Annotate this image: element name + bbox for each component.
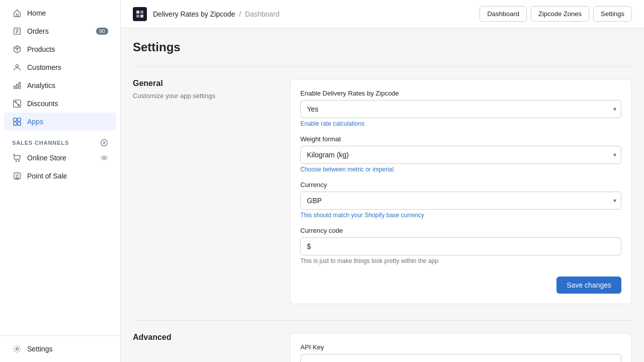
sidebar-item-products-label: Products	[27, 45, 55, 53]
sidebar-item-products[interactable]: Products	[4, 40, 116, 58]
svg-rect-2	[14, 86, 16, 88]
svg-rect-20	[136, 11, 139, 14]
enable-delivery-select[interactable]: Yes No	[300, 100, 621, 118]
orders-badge: 90	[96, 28, 108, 35]
general-section-title: General	[133, 79, 274, 88]
app-header-nav: Dashboard Zipcode Zones Settings	[479, 6, 632, 22]
enable-delivery-select-wrapper: Yes No ▾	[300, 100, 621, 118]
weight-format-select[interactable]: Kilogram (kg) Pound (lb)	[300, 146, 621, 164]
currency-select-wrapper: GBP USD EUR ▾	[300, 192, 621, 210]
dashboard-button[interactable]: Dashboard	[479, 6, 527, 22]
sidebar-item-analytics[interactable]: Analytics	[4, 76, 116, 95]
app-name: Delivery Rates by Zipcode	[153, 10, 235, 18]
sidebar-item-point-of-sale[interactable]: Point of Sale	[4, 167, 116, 185]
enable-delivery-hint: Enable rate calculations	[300, 120, 621, 127]
svg-point-1	[16, 65, 18, 67]
online-store-icon	[12, 153, 22, 163]
svg-rect-17	[14, 173, 21, 179]
page-title: Settings	[133, 40, 632, 54]
add-sales-channel-icon[interactable]	[100, 139, 108, 147]
api-key-label: API Key	[300, 343, 621, 351]
orders-icon	[12, 26, 22, 36]
app-header-title: Delivery Rates by Zipcode / Dashboard	[153, 10, 280, 18]
sidebar-item-customers-label: Customers	[27, 63, 61, 71]
enable-delivery-field: Enable Delivery Rates by Zipcode Yes No …	[300, 89, 621, 127]
sales-channels-section: SALES CHANNELS	[0, 131, 120, 149]
currency-code-field: Currency code This is just to make thing…	[300, 227, 621, 264]
sidebar-item-apps[interactable]: Apps	[4, 113, 116, 131]
advanced-section: Advanced API Key	[133, 333, 632, 362]
svg-point-13	[16, 160, 17, 161]
app-logo	[133, 7, 147, 21]
weight-format-select-wrapper: Kilogram (kg) Pound (lb) ▾	[300, 146, 621, 164]
sidebar-item-customers[interactable]: Customers	[4, 58, 116, 76]
sidebar-item-online-store[interactable]: Online Store	[4, 149, 116, 167]
currency-code-hint: This is just to make things look pretty …	[300, 257, 621, 264]
svg-rect-4	[19, 82, 21, 89]
svg-rect-23	[140, 15, 143, 18]
main-content: Delivery Rates by Zipcode / Dashboard Da…	[121, 0, 644, 362]
page-content: Settings General Customize your app sett…	[121, 28, 644, 362]
sidebar-bottom: Settings	[0, 335, 120, 362]
currency-select[interactable]: GBP USD EUR	[300, 192, 621, 210]
svg-point-19	[16, 348, 19, 350]
customers-icon	[12, 62, 22, 72]
analytics-icon	[12, 80, 22, 90]
online-store-eye-icon[interactable]	[100, 154, 108, 162]
discounts-icon	[12, 99, 22, 109]
currency-code-input[interactable]	[300, 237, 621, 255]
sidebar-item-apps-label: Apps	[27, 118, 43, 126]
sidebar-item-pos-label: Point of Sale	[27, 172, 67, 180]
enable-delivery-label: Enable Delivery Rates by Zipcode	[300, 89, 621, 97]
sidebar-item-home[interactable]: Home	[4, 4, 116, 22]
currency-code-label: Currency code	[300, 227, 621, 234]
weight-format-hint: Choose between metric or imperial	[300, 166, 621, 173]
advanced-section-left: Advanced	[133, 333, 274, 362]
save-button-container: Save changes	[300, 273, 621, 294]
svg-rect-9	[18, 118, 21, 121]
sidebar-item-discounts-label: Discounts	[27, 100, 58, 108]
sidebar-item-settings-label: Settings	[27, 345, 53, 353]
section-divider-top	[133, 66, 632, 67]
sidebar-item-discounts[interactable]: Discounts	[4, 95, 116, 113]
svg-rect-11	[18, 122, 21, 125]
svg-rect-10	[14, 122, 17, 125]
products-icon	[12, 44, 22, 54]
sidebar-item-orders-label: Orders	[27, 27, 49, 35]
weight-format-label: Weight format	[300, 135, 621, 143]
svg-rect-21	[140, 11, 143, 14]
api-key-input[interactable]	[300, 354, 621, 362]
svg-rect-3	[17, 84, 18, 88]
home-icon	[12, 8, 22, 18]
currency-field: Currency GBP USD EUR ▾ This should match…	[300, 181, 621, 219]
zipcode-zones-button[interactable]: Zipcode Zones	[531, 6, 589, 22]
svg-rect-18	[16, 178, 18, 179]
save-changes-button[interactable]: Save changes	[556, 277, 621, 294]
apps-icon	[12, 117, 22, 127]
sidebar-nav: Home Orders 90 Products	[0, 0, 120, 189]
general-section-left: General Customize your app settings	[133, 79, 274, 304]
weight-format-field: Weight format Kilogram (kg) Pound (lb) ▾…	[300, 135, 621, 173]
advanced-settings-card: API Key	[290, 333, 632, 362]
sidebar-item-analytics-label: Analytics	[27, 81, 55, 89]
sidebar-item-settings[interactable]: Settings	[4, 340, 116, 358]
currency-label: Currency	[300, 181, 621, 189]
settings-button[interactable]: Settings	[593, 6, 632, 22]
sidebar: Home Orders 90 Products	[0, 0, 121, 362]
app-header: Delivery Rates by Zipcode / Dashboard Da…	[121, 0, 644, 28]
svg-point-16	[103, 157, 105, 158]
sidebar-item-home-label: Home	[27, 9, 46, 17]
advanced-section-title: Advanced	[133, 333, 274, 342]
general-section: General Customize your app settings Enab…	[133, 79, 632, 304]
breadcrumb-separator: /	[239, 10, 241, 18]
sidebar-item-orders[interactable]: Orders 90	[4, 22, 116, 40]
general-settings-card: Enable Delivery Rates by Zipcode Yes No …	[290, 79, 632, 304]
sidebar-item-online-store-label: Online Store	[27, 154, 66, 162]
settings-icon	[12, 344, 22, 354]
section-divider-advanced	[133, 320, 632, 321]
svg-rect-8	[14, 118, 17, 121]
general-section-desc: Customize your app settings	[133, 92, 274, 100]
pos-icon	[12, 171, 22, 181]
currency-hint: This should match your Shopify base curr…	[300, 212, 621, 219]
breadcrumb-current: Dashboard	[245, 10, 280, 18]
